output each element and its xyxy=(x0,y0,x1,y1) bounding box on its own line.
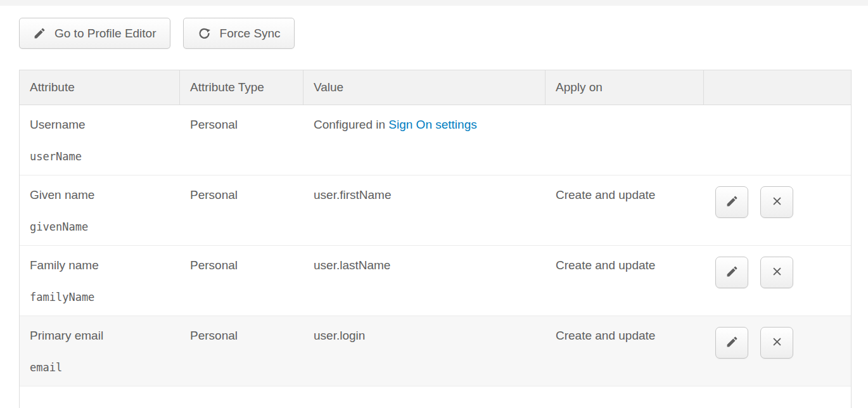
column-header-value: Value xyxy=(303,70,546,105)
force-sync-button[interactable]: Force Sync xyxy=(183,18,295,49)
table-body: UsernameuserNamePersonalConfigured in Si… xyxy=(20,105,851,408)
attribute-mappings-table: Attribute Attribute Type Value Apply on … xyxy=(19,70,852,408)
table-header: Attribute Attribute Type Value Apply on xyxy=(20,70,851,105)
actions-cell xyxy=(704,316,851,386)
partial-next-row xyxy=(20,386,851,408)
attribute-cell: Primary emailemail xyxy=(20,316,180,386)
value-text: user.lastName xyxy=(314,258,390,272)
attribute-display-name: Family name xyxy=(30,259,174,272)
apply-on-cell: Create and update xyxy=(546,246,704,316)
remove-attribute-button[interactable] xyxy=(760,257,793,288)
attribute-cell: Family namefamilyName xyxy=(20,246,180,316)
table-row: UsernameuserNamePersonalConfigured in Si… xyxy=(20,105,851,175)
actions-cell xyxy=(704,105,851,175)
table-row: Primary emailemailPersonaluser.loginCrea… xyxy=(20,316,851,386)
column-header-actions xyxy=(704,70,851,105)
button-label: Force Sync xyxy=(220,27,281,41)
sign-on-settings-link[interactable]: Sign On settings xyxy=(388,118,476,131)
table-row: Family namefamilyNamePersonaluser.lastNa… xyxy=(20,246,851,316)
refresh-icon xyxy=(197,26,212,41)
attribute-display-name: Primary email xyxy=(30,329,174,342)
attribute-variable-name: givenName xyxy=(30,220,174,233)
attribute-cell: Given namegivenName xyxy=(20,175,180,245)
column-header-attribute-type: Attribute Type xyxy=(180,70,303,105)
edit-attribute-button[interactable] xyxy=(715,257,748,288)
attribute-variable-name: familyName xyxy=(30,291,174,303)
attribute-type-cell: Personal xyxy=(180,246,303,316)
value-text: user.firstName xyxy=(314,188,391,201)
column-header-apply-on: Apply on xyxy=(546,70,704,105)
actions-cell xyxy=(704,246,851,316)
apply-on-cell: Create and update xyxy=(546,316,704,386)
go-to-profile-editor-button[interactable]: Go to Profile Editor xyxy=(19,18,170,49)
value-text: Configured in xyxy=(314,118,388,131)
attribute-variable-name: email xyxy=(30,361,174,374)
remove-attribute-button[interactable] xyxy=(760,186,793,218)
pencil-icon xyxy=(725,335,739,350)
pencil-icon xyxy=(725,265,739,280)
pencil-icon xyxy=(33,27,46,40)
value-text: user.login xyxy=(314,329,365,342)
close-icon xyxy=(770,194,784,210)
value-cell: Configured in Sign On settings xyxy=(303,105,546,175)
attribute-type-cell: Personal xyxy=(180,175,303,245)
top-strip xyxy=(0,0,868,6)
edit-attribute-button[interactable] xyxy=(715,186,748,218)
attribute-display-name: Given name xyxy=(30,189,174,201)
close-icon xyxy=(770,265,784,280)
table-row: Given namegivenNamePersonaluser.firstNam… xyxy=(20,175,851,246)
remove-attribute-button[interactable] xyxy=(760,327,793,359)
attribute-type-cell: Personal xyxy=(180,316,303,386)
attribute-variable-name: userName xyxy=(30,150,174,163)
column-header-attribute: Attribute xyxy=(20,70,180,105)
edit-attribute-button[interactable] xyxy=(715,327,748,359)
value-cell: user.lastName xyxy=(303,246,546,316)
pencil-icon xyxy=(725,194,739,210)
value-cell: user.login xyxy=(303,316,546,386)
apply-on-cell xyxy=(546,105,704,175)
button-label: Go to Profile Editor xyxy=(54,27,156,41)
attribute-display-name: Username xyxy=(30,118,174,131)
actions-cell xyxy=(704,175,851,245)
close-icon xyxy=(770,335,784,350)
apply-on-cell: Create and update xyxy=(546,175,704,245)
toolbar: Go to Profile Editor Force Sync xyxy=(19,18,295,49)
attribute-type-cell: Personal xyxy=(180,105,303,175)
value-cell: user.firstName xyxy=(303,175,546,245)
attribute-cell: UsernameuserName xyxy=(20,105,180,175)
